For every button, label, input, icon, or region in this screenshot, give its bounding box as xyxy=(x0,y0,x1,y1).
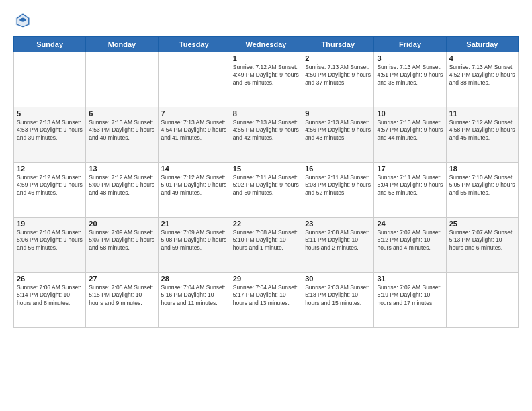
calendar-cell: 13Sunrise: 7:12 AM Sunset: 5:00 PM Dayli… xyxy=(86,163,158,218)
calendar-cell: 29Sunrise: 7:04 AM Sunset: 5:17 PM Dayli… xyxy=(230,273,302,328)
page: SundayMondayTuesdayWednesdayThursdayFrid… xyxy=(0,0,532,411)
calendar-cell: 18Sunrise: 7:10 AM Sunset: 5:05 PM Dayli… xyxy=(446,163,518,218)
calendar-week-row: 19Sunrise: 7:10 AM Sunset: 5:06 PM Dayli… xyxy=(14,218,519,273)
calendar-cell: 4Sunrise: 7:13 AM Sunset: 4:52 PM Daylig… xyxy=(446,52,518,107)
day-info: Sunrise: 7:13 AM Sunset: 4:50 PM Dayligh… xyxy=(305,64,371,87)
day-number: 3 xyxy=(377,54,443,62)
day-number: 31 xyxy=(377,275,443,283)
day-number: 30 xyxy=(305,275,371,283)
calendar-cell: 30Sunrise: 7:03 AM Sunset: 5:18 PM Dayli… xyxy=(302,273,374,328)
calendar-cell: 1Sunrise: 7:12 AM Sunset: 4:49 PM Daylig… xyxy=(230,52,302,107)
calendar-cell: 27Sunrise: 7:05 AM Sunset: 5:15 PM Dayli… xyxy=(86,273,158,328)
calendar-cell: 23Sunrise: 7:08 AM Sunset: 5:11 PM Dayli… xyxy=(302,218,374,273)
day-info: Sunrise: 7:12 AM Sunset: 5:00 PM Dayligh… xyxy=(89,174,154,197)
calendar-cell: 2Sunrise: 7:13 AM Sunset: 4:50 PM Daylig… xyxy=(302,52,374,107)
calendar-week-row: 1Sunrise: 7:12 AM Sunset: 4:49 PM Daylig… xyxy=(14,52,519,107)
day-number: 10 xyxy=(377,109,443,118)
day-header-monday: Monday xyxy=(86,37,158,52)
day-info: Sunrise: 7:13 AM Sunset: 4:54 PM Dayligh… xyxy=(161,119,227,142)
day-info: Sunrise: 7:13 AM Sunset: 4:56 PM Dayligh… xyxy=(305,119,371,142)
calendar-cell: 20Sunrise: 7:09 AM Sunset: 5:07 PM Dayli… xyxy=(86,218,158,273)
calendar-cell xyxy=(158,52,230,107)
calendar-cell: 31Sunrise: 7:02 AM Sunset: 5:19 PM Dayli… xyxy=(374,273,446,328)
day-number: 14 xyxy=(161,165,227,173)
calendar-cell: 24Sunrise: 7:07 AM Sunset: 5:12 PM Dayli… xyxy=(374,218,446,273)
day-header-sunday: Sunday xyxy=(14,37,86,52)
day-info: Sunrise: 7:07 AM Sunset: 5:12 PM Dayligh… xyxy=(377,229,443,252)
day-number: 19 xyxy=(17,220,83,228)
day-number: 8 xyxy=(233,109,299,118)
day-number: 7 xyxy=(161,109,227,118)
day-number: 13 xyxy=(89,165,154,173)
day-info: Sunrise: 7:08 AM Sunset: 5:11 PM Dayligh… xyxy=(305,229,371,252)
calendar-cell: 15Sunrise: 7:11 AM Sunset: 5:02 PM Dayli… xyxy=(230,163,302,218)
day-header-saturday: Saturday xyxy=(446,37,518,52)
day-info: Sunrise: 7:06 AM Sunset: 5:14 PM Dayligh… xyxy=(17,284,83,307)
day-info: Sunrise: 7:04 AM Sunset: 5:17 PM Dayligh… xyxy=(233,284,299,307)
day-info: Sunrise: 7:12 AM Sunset: 4:58 PM Dayligh… xyxy=(449,119,515,142)
day-info: Sunrise: 7:13 AM Sunset: 4:53 PM Dayligh… xyxy=(89,119,154,142)
day-number: 21 xyxy=(161,220,227,228)
day-number: 28 xyxy=(161,275,227,283)
day-info: Sunrise: 7:08 AM Sunset: 5:10 PM Dayligh… xyxy=(233,229,299,252)
calendar-cell: 12Sunrise: 7:12 AM Sunset: 4:59 PM Dayli… xyxy=(14,163,86,218)
day-number: 15 xyxy=(233,165,299,173)
day-number: 9 xyxy=(305,109,371,118)
day-info: Sunrise: 7:13 AM Sunset: 4:51 PM Dayligh… xyxy=(377,64,443,87)
calendar-week-row: 5Sunrise: 7:13 AM Sunset: 4:53 PM Daylig… xyxy=(14,107,519,163)
calendar-cell: 10Sunrise: 7:13 AM Sunset: 4:57 PM Dayli… xyxy=(374,107,446,163)
calendar-week-row: 26Sunrise: 7:06 AM Sunset: 5:14 PM Dayli… xyxy=(14,273,519,328)
calendar-cell: 25Sunrise: 7:07 AM Sunset: 5:13 PM Dayli… xyxy=(446,218,518,273)
day-info: Sunrise: 7:11 AM Sunset: 5:04 PM Dayligh… xyxy=(377,174,443,197)
day-number: 23 xyxy=(305,220,371,228)
calendar-cell: 3Sunrise: 7:13 AM Sunset: 4:51 PM Daylig… xyxy=(374,52,446,107)
calendar-cell: 14Sunrise: 7:12 AM Sunset: 5:01 PM Dayli… xyxy=(158,163,230,218)
day-info: Sunrise: 7:03 AM Sunset: 5:18 PM Dayligh… xyxy=(305,284,371,307)
day-number: 17 xyxy=(377,165,443,173)
day-info: Sunrise: 7:13 AM Sunset: 4:53 PM Dayligh… xyxy=(17,119,83,142)
header xyxy=(13,11,519,30)
calendar-cell: 26Sunrise: 7:06 AM Sunset: 5:14 PM Dayli… xyxy=(14,273,86,328)
calendar-header-row: SundayMondayTuesdayWednesdayThursdayFrid… xyxy=(14,37,519,52)
day-info: Sunrise: 7:13 AM Sunset: 4:57 PM Dayligh… xyxy=(377,119,443,142)
calendar-cell xyxy=(446,273,518,328)
day-info: Sunrise: 7:09 AM Sunset: 5:08 PM Dayligh… xyxy=(161,229,227,252)
day-info: Sunrise: 7:11 AM Sunset: 5:02 PM Dayligh… xyxy=(233,174,299,197)
calendar-cell: 8Sunrise: 7:13 AM Sunset: 4:55 PM Daylig… xyxy=(230,107,302,163)
calendar-cell: 9Sunrise: 7:13 AM Sunset: 4:56 PM Daylig… xyxy=(302,107,374,163)
day-info: Sunrise: 7:04 AM Sunset: 5:16 PM Dayligh… xyxy=(161,284,227,307)
day-number: 22 xyxy=(233,220,299,228)
day-number: 11 xyxy=(449,109,515,118)
calendar-week-row: 12Sunrise: 7:12 AM Sunset: 4:59 PM Dayli… xyxy=(14,163,519,218)
day-number: 24 xyxy=(377,220,443,228)
day-header-thursday: Thursday xyxy=(302,37,374,52)
day-number: 29 xyxy=(233,275,299,283)
day-info: Sunrise: 7:12 AM Sunset: 4:49 PM Dayligh… xyxy=(233,64,299,87)
logo-icon xyxy=(13,11,32,30)
day-number: 18 xyxy=(449,165,515,173)
calendar-cell xyxy=(14,52,86,107)
day-info: Sunrise: 7:05 AM Sunset: 5:15 PM Dayligh… xyxy=(89,284,154,307)
logo xyxy=(13,11,35,30)
day-number: 20 xyxy=(89,220,154,228)
day-number: 27 xyxy=(89,275,154,283)
calendar-cell: 7Sunrise: 7:13 AM Sunset: 4:54 PM Daylig… xyxy=(158,107,230,163)
day-info: Sunrise: 7:13 AM Sunset: 4:55 PM Dayligh… xyxy=(233,119,299,142)
day-number: 4 xyxy=(449,54,515,62)
day-number: 16 xyxy=(305,165,371,173)
day-info: Sunrise: 7:11 AM Sunset: 5:03 PM Dayligh… xyxy=(305,174,371,197)
day-info: Sunrise: 7:10 AM Sunset: 5:06 PM Dayligh… xyxy=(17,229,83,252)
calendar-cell: 11Sunrise: 7:12 AM Sunset: 4:58 PM Dayli… xyxy=(446,107,518,163)
day-header-wednesday: Wednesday xyxy=(230,37,302,52)
day-number: 1 xyxy=(233,54,299,62)
calendar-cell: 22Sunrise: 7:08 AM Sunset: 5:10 PM Dayli… xyxy=(230,218,302,273)
calendar-cell: 17Sunrise: 7:11 AM Sunset: 5:04 PM Dayli… xyxy=(374,163,446,218)
day-info: Sunrise: 7:02 AM Sunset: 5:19 PM Dayligh… xyxy=(377,284,443,307)
calendar-cell: 6Sunrise: 7:13 AM Sunset: 4:53 PM Daylig… xyxy=(86,107,158,163)
calendar-cell: 5Sunrise: 7:13 AM Sunset: 4:53 PM Daylig… xyxy=(14,107,86,163)
day-info: Sunrise: 7:07 AM Sunset: 5:13 PM Dayligh… xyxy=(449,229,515,252)
calendar-cell xyxy=(86,52,158,107)
calendar-cell: 16Sunrise: 7:11 AM Sunset: 5:03 PM Dayli… xyxy=(302,163,374,218)
day-header-friday: Friday xyxy=(374,37,446,52)
day-info: Sunrise: 7:12 AM Sunset: 4:59 PM Dayligh… xyxy=(17,174,83,197)
